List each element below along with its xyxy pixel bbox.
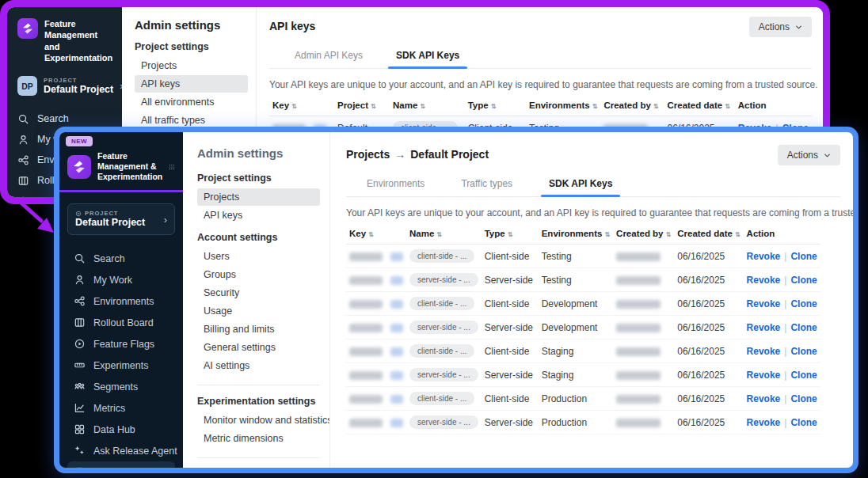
revoke-link[interactable]: Revoke xyxy=(747,370,781,381)
tab-sdk-api-keys[interactable]: SDK API Keys xyxy=(547,173,614,196)
admin-item-groups[interactable]: Groups xyxy=(197,266,320,283)
clone-link[interactable]: Clone xyxy=(790,275,817,286)
sort-icon[interactable]: ⇅ xyxy=(436,231,442,238)
column-header-key[interactable]: Key⇅ xyxy=(269,95,334,116)
column-header-key[interactable]: Key⇅ xyxy=(346,223,406,245)
clone-link[interactable]: Clone xyxy=(790,370,817,381)
clone-link[interactable]: Clone xyxy=(790,251,817,262)
column-header-name[interactable]: Name⇅ xyxy=(390,95,465,116)
project-eyebrow: PROJECT xyxy=(85,210,118,217)
fme-icon xyxy=(74,466,86,468)
cell-type: Server-side xyxy=(482,411,539,434)
revoke-link[interactable]: Revoke xyxy=(747,322,781,333)
sidebar-item-data-hub[interactable]: Data Hub xyxy=(67,419,175,440)
tab-environments[interactable]: Environments xyxy=(365,173,426,196)
revoke-link[interactable]: Revoke xyxy=(747,417,781,428)
sidebar-item-environments[interactable]: Environments xyxy=(67,290,175,312)
admin-item-security[interactable]: Security xyxy=(197,284,320,302)
sidebar-item-experiments[interactable]: Experiments xyxy=(67,355,175,376)
clone-link[interactable]: Clone xyxy=(790,298,817,309)
sort-icon[interactable]: ⇅ xyxy=(371,103,376,110)
actions-button[interactable]: Actions xyxy=(749,17,812,37)
sidebar-item-label: Ask Release Agent xyxy=(93,446,177,457)
sidebar-item-ask-release-agent[interactable]: Ask Release Agent xyxy=(67,440,175,461)
sidebar-item-search[interactable]: Search xyxy=(67,248,175,269)
breadcrumb-root[interactable]: Projects xyxy=(346,148,390,161)
admin-item-api-keys[interactable]: API keys xyxy=(197,207,320,224)
admin-item-general-settings[interactable]: General settings xyxy=(197,339,320,356)
cell-name: server-side - ... xyxy=(406,363,482,387)
front-project-switcher[interactable]: PROJECT Default Project › xyxy=(67,203,175,235)
sidebar-item-fme-settings[interactable]: FME Settings xyxy=(67,461,175,468)
api-key-name-pill: server-side - ... xyxy=(409,368,478,381)
column-header-created-date[interactable]: Created date⇅ xyxy=(664,95,734,116)
agent-icon xyxy=(74,445,86,457)
api-key-name-pill: client-side - ... xyxy=(409,344,474,358)
sort-icon[interactable]: ⇅ xyxy=(604,231,610,238)
sort-icon[interactable]: ⇅ xyxy=(291,103,297,110)
admin-item-projects[interactable]: Projects xyxy=(197,188,320,206)
actions-button[interactable]: Actions xyxy=(778,145,840,165)
sort-icon[interactable]: ⇅ xyxy=(592,103,598,110)
revoke-link[interactable]: Revoke xyxy=(747,275,781,286)
sidebar-item-feature-flags[interactable]: Feature Flags xyxy=(67,333,175,355)
tab-sdk-api-keys[interactable]: SDK API Keys xyxy=(394,45,461,68)
sort-icon[interactable]: ⇅ xyxy=(653,103,659,110)
redacted-copy-link xyxy=(390,324,403,332)
revoke-link[interactable]: Revoke xyxy=(747,346,781,357)
sort-icon[interactable]: ⇅ xyxy=(508,231,513,238)
sort-icon[interactable]: ⇅ xyxy=(666,231,672,238)
column-header-environments[interactable]: Environments⇅ xyxy=(526,95,600,116)
admin-item-billing-and-limits[interactable]: Billing and limits xyxy=(197,321,320,338)
tab-admin-api-keys[interactable]: Admin API Keys xyxy=(293,45,364,68)
admin-item-usage[interactable]: Usage xyxy=(197,302,320,320)
tab-traffic-types[interactable]: Traffic types xyxy=(459,173,514,196)
clone-link[interactable]: Clone xyxy=(790,322,817,333)
cell-key-redacted xyxy=(346,411,406,434)
redacted-copy-link xyxy=(390,419,403,427)
front-tabs: EnvironmentsTraffic typesSDK API Keys xyxy=(346,173,840,197)
sort-icon[interactable]: ⇅ xyxy=(491,103,497,110)
column-header-type[interactable]: Type⇅ xyxy=(482,223,539,245)
column-header-created-by[interactable]: Created by⇅ xyxy=(613,223,674,245)
sidebar-item-metrics[interactable]: Metrics xyxy=(67,397,175,419)
cell-type: Client-side xyxy=(482,387,539,411)
clone-link[interactable]: Clone xyxy=(790,393,817,404)
back-project-switcher[interactable]: DP PROJECT Default Project › xyxy=(17,76,122,96)
sidebar-item-rollout-board[interactable]: Rollout Board xyxy=(67,312,175,333)
clone-link[interactable]: Clone xyxy=(790,346,817,357)
revoke-link[interactable]: Revoke xyxy=(747,393,781,404)
clone-link[interactable]: Clone xyxy=(790,417,817,428)
user-icon xyxy=(17,134,29,146)
column-header-environments[interactable]: Environments⇅ xyxy=(539,223,613,245)
admin-item-api-keys[interactable]: API keys xyxy=(135,75,248,93)
revoke-link[interactable]: Revoke xyxy=(747,298,781,309)
admin-item-projects[interactable]: Projects xyxy=(135,57,248,74)
column-header-created-date[interactable]: Created date⇅ xyxy=(674,223,743,245)
sort-icon[interactable]: ⇅ xyxy=(368,231,374,238)
apps-grid-icon[interactable] xyxy=(169,161,175,173)
sort-icon[interactable]: ⇅ xyxy=(735,231,740,238)
cell-key-redacted xyxy=(346,316,406,340)
sort-icon[interactable]: ⇅ xyxy=(420,103,425,110)
sort-icon[interactable]: ⇅ xyxy=(725,103,730,110)
column-header-name[interactable]: Name⇅ xyxy=(406,223,482,245)
revoke-link[interactable]: Revoke xyxy=(747,251,781,262)
admin-item-metric-dimensions[interactable]: Metric dimensions xyxy=(197,430,320,447)
column-header-created-by[interactable]: Created by⇅ xyxy=(600,95,664,116)
back-tabs: Admin API KeysSDK API Keys xyxy=(269,45,812,69)
column-header-type[interactable]: Type⇅ xyxy=(465,95,526,116)
board-icon xyxy=(17,175,29,187)
sidebar-item-my-work[interactable]: My Work xyxy=(67,269,175,290)
experiments-icon xyxy=(74,359,86,371)
admin-item-ai-settings[interactable]: AI settings xyxy=(197,357,320,374)
sidebar-item-segments[interactable]: Segments xyxy=(67,376,175,397)
cell-created-date: 06/16/2025 xyxy=(674,411,743,434)
column-header-project[interactable]: Project⇅ xyxy=(334,95,390,116)
cell-created-by-redacted xyxy=(613,363,674,387)
admin-item-monitor-window-and-statistics[interactable]: Monitor window and statistics xyxy=(197,412,320,429)
cell-action: Revoke|Clone xyxy=(744,363,820,387)
admin-item-all-environments[interactable]: All environments xyxy=(135,93,248,111)
api-keys-description: Your API keys are unique to your account… xyxy=(269,79,812,90)
admin-item-users[interactable]: Users xyxy=(197,248,320,265)
